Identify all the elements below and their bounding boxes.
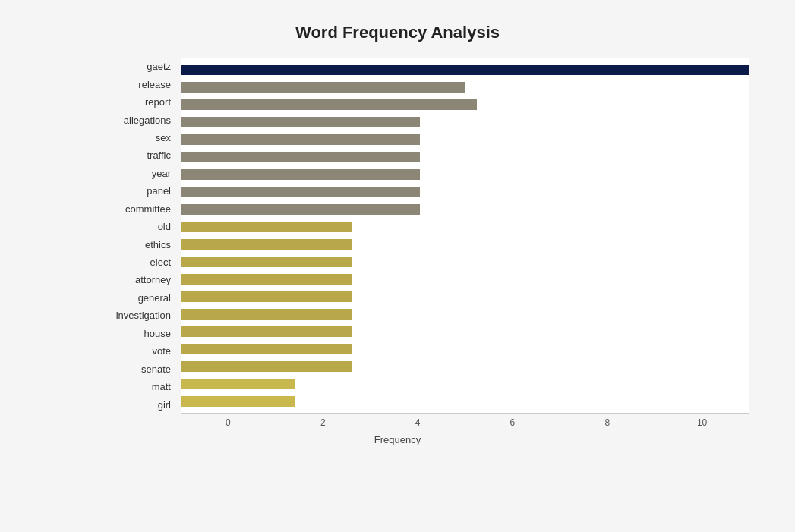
bar-row	[181, 96, 749, 113]
bars-and-grid	[181, 58, 749, 414]
bar-row	[181, 148, 749, 165]
bar-row	[181, 288, 749, 305]
bar-row	[181, 131, 749, 148]
bar	[181, 204, 420, 215]
bar-row	[181, 200, 749, 218]
bar	[181, 291, 352, 302]
bar-row	[181, 183, 749, 200]
bar	[181, 396, 295, 407]
bar-row	[181, 340, 749, 357]
chart-title: Word Frequency Analysis	[46, 23, 749, 42]
bar-row	[181, 235, 749, 253]
y-axis-label: gaetz	[91, 61, 171, 71]
y-axis-label: vote	[91, 346, 171, 356]
y-axis-label: attorney	[91, 275, 171, 285]
bar	[181, 82, 465, 93]
y-axis-label: senate	[91, 364, 171, 374]
y-axis-label: sex	[91, 133, 171, 143]
bar	[181, 326, 352, 337]
y-axis-label: matt	[91, 382, 171, 392]
bar-row	[181, 78, 749, 96]
y-axis-label: panel	[91, 186, 171, 196]
bars-wrapper	[181, 58, 749, 413]
bar	[181, 99, 477, 110]
x-tick: 10	[655, 417, 749, 428]
bar-row	[181, 165, 749, 183]
y-axis-label: investigation	[91, 310, 171, 320]
bar	[181, 117, 420, 127]
bar-row	[181, 305, 749, 323]
bar	[181, 152, 420, 162]
y-axis-label: ethics	[91, 240, 171, 250]
bar	[181, 274, 352, 285]
bar	[181, 344, 352, 354]
bar	[181, 222, 352, 232]
bar	[181, 65, 749, 75]
chart-container: Word Frequency Analysis gaetzreleaserepo…	[0, 0, 795, 532]
y-labels: gaetzreleasereportallegationssextrafficy…	[91, 58, 175, 414]
bar-row	[181, 375, 749, 392]
x-tick: 0	[181, 417, 276, 428]
x-tick: 8	[560, 417, 655, 428]
bar	[181, 134, 420, 145]
x-tick: 2	[276, 417, 371, 428]
x-tick: 6	[465, 417, 560, 428]
bar	[181, 257, 352, 267]
y-axis-label: release	[91, 80, 171, 90]
bar-row	[181, 218, 749, 235]
y-axis-label: report	[91, 97, 171, 107]
bar	[181, 379, 295, 389]
y-axis-label: traffic	[91, 150, 171, 160]
x-axis-label: Frequency	[46, 434, 749, 445]
bar	[181, 361, 352, 372]
chart-area: gaetzreleasereportallegationssextrafficy…	[91, 58, 749, 445]
bar-row	[181, 253, 749, 270]
bar	[181, 309, 352, 320]
bar	[181, 239, 352, 250]
bar-row	[181, 61, 749, 78]
bar-row	[181, 113, 749, 131]
y-axis-label: allegations	[91, 115, 171, 125]
x-tick: 4	[371, 417, 465, 428]
y-axis-label: year	[91, 168, 171, 178]
y-axis-label: old	[91, 222, 171, 231]
bar-row	[181, 392, 749, 410]
y-axis-label: girl	[91, 400, 171, 410]
y-axis-label: committee	[91, 204, 171, 214]
bar-row	[181, 357, 749, 375]
y-axis-label: general	[91, 293, 171, 303]
x-axis: 0246810	[181, 417, 749, 428]
bar	[181, 187, 420, 197]
bars-section: gaetzreleasereportallegationssextrafficy…	[91, 58, 749, 414]
bar-row	[181, 323, 749, 340]
bar	[181, 169, 420, 180]
y-axis-label: house	[91, 329, 171, 338]
y-axis-label: elect	[91, 257, 171, 267]
bar-row	[181, 270, 749, 288]
